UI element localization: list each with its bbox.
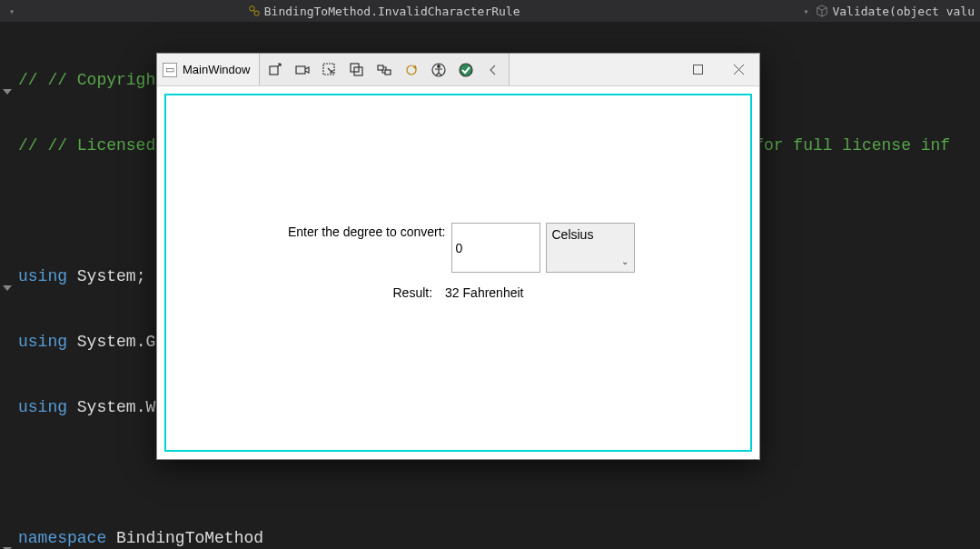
xaml-debug-toolbar [259,54,510,85]
unit-selected-value: Celsius [552,227,594,242]
layers-icon[interactable] [347,60,367,80]
svg-rect-2 [270,66,278,75]
chevron-down-icon: ⌄ [621,256,629,266]
code-keyword: namespace [18,527,106,549]
dropdown-arrow-icon[interactable]: ▾ [5,5,18,18]
svg-point-12 [460,64,472,76]
swap-icon[interactable] [374,60,394,80]
convert-label: Enter the degree to convert: [282,223,446,239]
unit-select[interactable]: Celsius ⌄ [546,223,635,273]
window-client-area: Enter the degree to convert: Celsius ⌄ R… [164,94,752,452]
result-value: 32 Fahrenheit [445,285,523,300]
code-keyword: using [18,331,67,353]
svg-rect-8 [385,70,391,75]
mainwindow-dialog: ▭ MainWindow Enter the degree to convert… [156,53,760,460]
degree-input[interactable] [451,223,540,273]
svg-rect-7 [378,65,383,70]
svg-rect-13 [694,65,703,75]
titlebar[interactable]: ▭ MainWindow [157,54,759,86]
navigation-bar: ▾ BindingToMethod.InvalidCharacterRule ▾… [0,0,980,22]
close-button[interactable] [718,54,759,85]
accessibility-icon[interactable] [429,60,449,80]
method-icon [816,5,828,17]
app-icon: ▭ [163,63,177,77]
class-icon [248,5,261,17]
window-title: MainWindow [183,63,259,76]
camera-icon[interactable] [292,60,312,80]
svg-point-11 [438,65,441,67]
result-label: Result: [393,285,433,300]
refresh-icon[interactable] [401,60,421,80]
method-dropdown[interactable]: Validate(object valu [832,5,975,18]
check-icon[interactable] [456,60,476,80]
maximize-button[interactable] [678,54,718,85]
cursor-icon[interactable] [320,60,340,80]
chevron-left-icon[interactable] [483,60,503,80]
class-dropdown[interactable]: BindingToMethod.InvalidCharacterRule [264,5,520,18]
target-icon[interactable] [265,60,285,80]
svg-rect-3 [296,66,305,74]
code-keyword: using [18,265,67,287]
svg-point-9 [407,65,416,75]
dropdown-arrow-icon[interactable]: ▾ [799,5,812,18]
code-keyword: using [18,396,67,418]
